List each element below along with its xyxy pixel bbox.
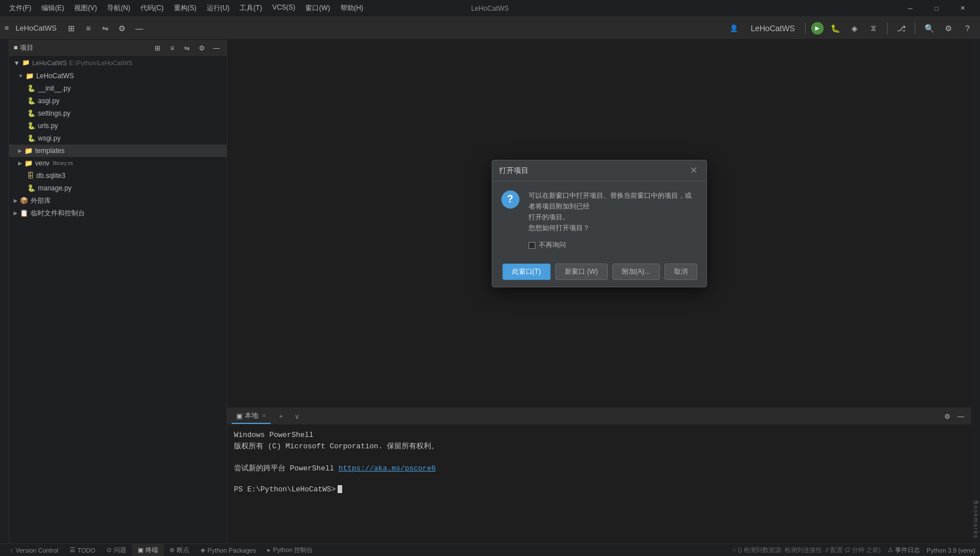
status-tab-breakpoints[interactable]: ⊗ 断点 — [164, 544, 195, 557]
terminal-settings[interactable]: ⚙ — [941, 411, 953, 422]
status-right: ○ () 检测到数据源: 检测到连接性. // 配置 (2 分钟 之前) ⚠ 事… — [732, 546, 975, 554]
panel-settings[interactable]: ⚙ — [196, 43, 207, 54]
tree-item-temp-files[interactable]: ▶ 📋 临时文件和控制台 — [9, 207, 227, 219]
terminal-label: 终端 — [146, 546, 158, 554]
app-icon: ≡ — [5, 24, 9, 32]
tree-item-init-py[interactable]: 🐍 __init__.py — [9, 82, 227, 95]
folder-icon: 📁 — [24, 147, 33, 155]
py-icon: 🐍 — [27, 134, 36, 142]
dialog-title-bar: 打开项目 ✕ — [492, 160, 706, 181]
project-path-label: LeHoCatWS — [32, 60, 67, 66]
git-button[interactable]: ⎇ — [893, 20, 909, 36]
help-button[interactable]: ? — [960, 20, 975, 36]
toolbar-icon-3[interactable]: ⇋ — [97, 20, 113, 36]
tree-arrow: ▶ — [14, 210, 18, 216]
close-button[interactable]: ✕ — [949, 0, 975, 17]
dialog-close-button[interactable]: ✕ — [688, 165, 700, 176]
menu-help[interactable]: 帮助(H) — [336, 1, 368, 15]
terminal-minimize[interactable]: — — [955, 411, 966, 422]
tree-item-db[interactable]: 🗄 db.sqlite3 — [9, 169, 227, 182]
status-tab-python-console[interactable]: ▸ Python 控制台 — [262, 544, 318, 557]
tree-item-templates[interactable]: ▶ 📁 templates — [9, 145, 227, 157]
event-log-icon[interactable]: ⚠ 事件日志 — [888, 546, 920, 554]
folder-icon: 📋 — [20, 209, 28, 217]
cancel-button[interactable]: 取消 — [664, 264, 697, 280]
dialog-checkbox-row: 不再询问 — [529, 240, 697, 250]
toolbar-sep-3 — [915, 23, 915, 34]
terminal-tab-x[interactable]: ✕ — [262, 413, 266, 419]
window-title: LeHoCatWS — [471, 5, 509, 12]
status-tab-version-control[interactable]: ↑ Version Control — [5, 544, 64, 557]
breakpoints-icon: ⊗ — [169, 546, 174, 554]
terminal-link[interactable]: https://aka.ms/pscore6 — [339, 464, 436, 473]
project-path-value: E:\Python\LeHoCatWS — [69, 60, 133, 66]
toolbar-icon-2[interactable]: ≡ — [80, 20, 96, 36]
debug-button[interactable]: 🐛 — [827, 20, 843, 36]
interpreter-label[interactable]: Python 3.9 (venv) — [927, 547, 975, 554]
toolbar-icon-1[interactable]: ⊞ — [63, 20, 79, 36]
terminal-add-tab[interactable]: + — [275, 411, 287, 422]
no-ask-label: 不再询问 — [539, 240, 566, 250]
menu-bar: 文件(F) 编辑(E) 视图(V) 导航(N) 代码(C) 重构(S) 运行(U… — [5, 1, 897, 15]
panel-icon-1[interactable]: ⊞ — [152, 43, 163, 54]
toolbar-icon-minus[interactable]: — — [131, 20, 147, 36]
project-path-icon: 📁 — [22, 59, 30, 66]
profile-button[interactable]: 👤 — [725, 22, 743, 35]
menu-refactor[interactable]: 重构(S) — [169, 1, 201, 15]
this-window-button[interactable]: 此窗口(T) — [502, 264, 551, 280]
tree-item-settings-py[interactable]: 🐍 settings.py — [9, 107, 227, 120]
tree-item-label: venv — [35, 159, 49, 167]
status-tab-python-packages[interactable]: ◈ Python Packages — [195, 544, 262, 557]
problems-label: 问题 — [114, 546, 126, 554]
dialog-content: 可以在新窗口中打开项目、替换当前窗口中的项目，或者将项目附加到已经打开的项目。您… — [529, 190, 697, 251]
toolbar-settings[interactable]: ⚙ — [114, 20, 130, 36]
new-window-button[interactable]: 新窗口 (W) — [555, 264, 608, 280]
maximize-button[interactable]: □ — [923, 0, 949, 17]
no-ask-checkbox[interactable] — [529, 242, 535, 249]
tree-item-external-libs[interactable]: ▶ 📦 外部库 — [9, 194, 227, 207]
run-button[interactable]: ▶ — [811, 22, 824, 35]
menu-file[interactable]: 文件(F) — [5, 1, 36, 15]
toolbar-left: ≡ LeHoCatWS ⊞ ≡ ⇋ ⚙ — — [5, 20, 723, 36]
search-button[interactable]: 🔍 — [921, 20, 937, 36]
todo-icon: ☰ — [70, 546, 75, 554]
breakpoints-label: 断点 — [177, 546, 189, 554]
coverage-button[interactable]: ◈ — [846, 20, 862, 36]
py-icon: 🐍 — [27, 184, 36, 192]
minimize-button[interactable]: ─ — [897, 0, 923, 17]
panel-collapse[interactable]: — — [211, 43, 222, 54]
dialog-body: ? 可以在新窗口中打开项目、替换当前窗口中的项目，或者将项目附加到已经打开的项目… — [492, 181, 706, 260]
menu-navigate[interactable]: 导航(N) — [103, 1, 135, 15]
status-tab-problems[interactable]: ⊙ 问题 — [101, 544, 132, 557]
terminal-tab-icon: ▣ — [236, 412, 242, 420]
tree-item-asgi-py[interactable]: 🐍 asgi.py — [9, 95, 227, 107]
status-tab-terminal[interactable]: ▣ 终端 — [132, 544, 164, 557]
terminal-right-buttons: ⚙ — — [941, 411, 966, 422]
menu-vcs[interactable]: VCS(S) — [268, 1, 300, 15]
menu-run[interactable]: 运行(U) — [202, 1, 235, 15]
menu-tools[interactable]: 工具(T) — [235, 1, 266, 15]
menu-window[interactable]: 窗口(W) — [301, 1, 334, 15]
profile-run-button[interactable]: ⧖ — [866, 20, 881, 36]
menu-code[interactable]: 代码(C) — [136, 1, 168, 15]
tree-item-leho-root[interactable]: ▼ 📁 LeHoCatWS — [9, 70, 227, 82]
settings-button[interactable]: ⚙ — [940, 20, 956, 36]
status-tab-todo[interactable]: ☰ TODO — [64, 544, 101, 557]
menu-edit[interactable]: 编辑(E) — [37, 1, 69, 15]
tree-arrow: ▼ — [18, 73, 23, 79]
menu-view[interactable]: 视图(V) — [70, 1, 101, 15]
terminal-more-tabs[interactable]: ∨ — [291, 411, 302, 422]
dialog-question-icon: ? — [501, 190, 522, 251]
tree-item-urls-py[interactable]: 🐍 urls.py — [9, 120, 227, 132]
terminal-tab-local[interactable]: ▣ 本地 ✕ — [232, 409, 271, 424]
panel-icon-2[interactable]: ≡ — [167, 43, 178, 54]
py-icon: 🐍 — [27, 97, 36, 105]
tree-item-venv[interactable]: ▶ 📁 venv library 🗃 — [9, 157, 227, 169]
toolbar-profile-name[interactable]: LeHoCatWS — [746, 20, 799, 36]
attach-button[interactable]: 附加(A)... — [612, 264, 660, 280]
tree-item-wsgi-py[interactable]: 🐍 wsgi.py — [9, 132, 227, 145]
python-console-icon: ▸ — [267, 546, 271, 554]
panel-icon-3[interactable]: ⇋ — [181, 43, 193, 54]
tree-item-manage-py[interactable]: 🐍 manage.py — [9, 182, 227, 194]
bookmarks-label: Bookmarks — [973, 500, 979, 539]
